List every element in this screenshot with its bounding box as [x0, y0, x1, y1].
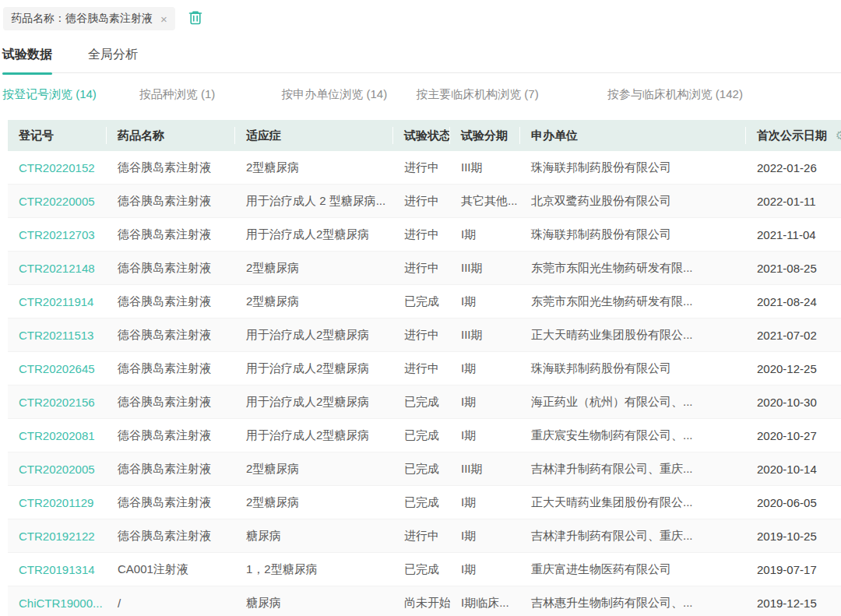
trial-phase-cell: I期 — [450, 529, 520, 544]
sponsor-cell: 正大天晴药业集团股份有限公... — [520, 495, 746, 510]
registry-id-link[interactable]: CTR20212148 — [8, 262, 107, 275]
trash-icon — [188, 9, 203, 28]
registry-id-link[interactable]: CTR20202005 — [8, 463, 107, 476]
registry-id-link[interactable]: CTR20202081 — [8, 429, 107, 442]
column-header-trial-status: 试验状态 — [393, 127, 450, 144]
table-row: CTR20211513德谷胰岛素注射液用于治疗成人2型糖尿病进行中III期正大天… — [8, 319, 841, 352]
trial-phase-cell: I期 — [450, 227, 520, 242]
table-row: CTR20211914德谷胰岛素注射液2型糖尿病已完成I期东莞市东阳光生物药研发… — [8, 285, 841, 319]
drug-name-cell: 德谷胰岛素注射液 — [107, 294, 235, 309]
sponsor-cell: 珠海联邦制药股份有限公司 — [520, 361, 746, 376]
drug-name-cell: 德谷胰岛素注射液 — [107, 194, 235, 209]
registry-id-link[interactable]: CTR20201129 — [8, 496, 107, 509]
tab-trial-data[interactable]: 试验数据 — [2, 47, 52, 63]
indication-cell: 用于治疗成人2型糖尿病 — [235, 328, 393, 343]
subtab-by-sponsor[interactable]: 按申办单位浏览 (14) — [281, 87, 387, 102]
table-row: CTR20201129德谷胰岛素注射液2型糖尿病已完成I期正大天晴药业集团股份有… — [8, 486, 841, 519]
filter-tag: 药品名称：德谷胰岛素注射液 × — [3, 7, 175, 30]
table-body: CTR20220152德谷胰岛素注射液2型糖尿病进行中III期珠海联邦制药股份有… — [8, 151, 841, 616]
indication-cell: 2型糖尿病 — [235, 160, 393, 175]
first-publish-date-cell: 2020-10-27 — [746, 429, 841, 442]
drug-name-cell: / — [107, 597, 235, 610]
indication-cell: 糖尿病 — [235, 529, 393, 544]
table-row: CTR20220005德谷胰岛素注射液用于治疗成人 2 型糖尿病...进行中其它… — [8, 185, 841, 218]
first-publish-date-cell: 2019-12-15 — [746, 597, 841, 610]
sponsor-cell: 珠海联邦制药股份有限公司 — [520, 227, 746, 242]
trial-phase-cell: I期 — [450, 395, 520, 410]
registry-id-link[interactable]: CTR20220152 — [8, 161, 107, 174]
table-row: CTR20191314CA001注射液1，2型糖尿病已完成I期重庆富进生物医药有… — [8, 553, 841, 586]
registry-id-link[interactable]: CTR20202645 — [8, 362, 107, 375]
registry-id-link[interactable]: CTR20202156 — [8, 396, 107, 409]
trial-status-cell: 尚未开始 — [393, 596, 450, 611]
indication-cell: 用于治疗成人2型糖尿病 — [235, 361, 393, 376]
tab-global-analysis[interactable]: 全局分析 — [88, 47, 138, 63]
main-tab-bar: 试验数据 全局分析 — [2, 47, 841, 73]
table-row: CTR20220152德谷胰岛素注射液2型糖尿病进行中III期珠海联邦制药股份有… — [8, 151, 841, 185]
drug-name-cell: 德谷胰岛素注射液 — [107, 462, 235, 477]
indication-cell: 用于治疗成人2型糖尿病 — [235, 428, 393, 443]
trial-status-cell: 进行中 — [393, 160, 450, 175]
subtab-by-participating-clinical-institution[interactable]: 按参与临床机构浏览 (142) — [607, 87, 743, 102]
indication-cell: 2型糖尿病 — [235, 495, 393, 510]
first-publish-date-cell: 2019-10-25 — [746, 530, 841, 543]
trial-status-cell: 已完成 — [393, 495, 450, 510]
drug-name-cell: 德谷胰岛素注射液 — [107, 361, 235, 376]
drug-name-cell: 德谷胰岛素注射液 — [107, 395, 235, 410]
drug-name-cell: 德谷胰岛素注射液 — [107, 261, 235, 276]
registry-id-link[interactable]: CTR20211513 — [8, 329, 107, 342]
table-row: CTR20202645德谷胰岛素注射液用于治疗成人2型糖尿病进行中I期珠海联邦制… — [8, 352, 841, 385]
column-header-first-publish-date: 首次公示日期 — [746, 127, 841, 144]
column-header-trial-phase: 试验分期 — [450, 127, 520, 144]
registry-id-link[interactable]: CTR20211914 — [8, 295, 107, 308]
indication-cell: 糖尿病 — [235, 596, 393, 611]
column-header-drug-name: 药品名称 — [107, 127, 235, 144]
subtab-by-registry-id[interactable]: 按登记号浏览 (14) — [2, 87, 97, 102]
column-header-registry-id: 登记号 — [8, 127, 107, 144]
indication-cell: 用于治疗成人 2 型糖尿病... — [235, 194, 393, 209]
first-publish-date-cell: 2022-01-26 — [746, 161, 841, 174]
clear-filters-button[interactable] — [188, 9, 203, 28]
first-publish-date-cell: 2021-08-24 — [746, 295, 841, 308]
trial-phase-cell: I期 — [450, 294, 520, 309]
first-publish-date-cell: 2020-10-14 — [746, 463, 841, 476]
remove-filter-icon[interactable]: × — [160, 13, 167, 25]
registry-id-link[interactable]: CTR20220005 — [8, 195, 107, 208]
first-publish-date-cell: 2020-10-30 — [746, 396, 841, 409]
first-publish-date-cell: 2022-01-11 — [746, 195, 841, 208]
drug-name-cell: 德谷胰岛素注射液 — [107, 529, 235, 544]
registry-id-link[interactable]: ChiCTR19000... — [8, 597, 107, 610]
subtab-bar: 按登记号浏览 (14) 按品种浏览 (1) 按申办单位浏览 (14) 按主要临床… — [2, 86, 841, 103]
drug-name-cell: 德谷胰岛素注射液 — [107, 328, 235, 343]
first-publish-date-cell: 2021-11-04 — [746, 228, 841, 241]
first-publish-date-cell: 2019-07-17 — [746, 563, 841, 576]
drug-name-cell: 德谷胰岛素注射液 — [107, 227, 235, 242]
first-publish-date-cell: 2020-12-25 — [746, 362, 841, 375]
trial-status-cell: 已完成 — [393, 294, 450, 309]
table-row: CTR20192122德谷胰岛素注射液糖尿病进行中I期吉林津升制药有限公司、重庆… — [8, 519, 841, 553]
indication-cell: 用于治疗成人2型糖尿病 — [235, 395, 393, 410]
first-publish-date-cell: 2021-08-25 — [746, 262, 841, 275]
registry-id-link[interactable]: CTR20212703 — [8, 228, 107, 241]
column-header-sponsor: 申办单位 — [520, 127, 746, 144]
table-row: CTR20212148德谷胰岛素注射液2型糖尿病进行中III期东莞市东阳光生物药… — [8, 252, 841, 285]
trial-status-cell: 进行中 — [393, 261, 450, 276]
table-header: 登记号 药品名称 适应症 试验状态 试验分期 申办单位 首次公示日期 ⚙ — [8, 120, 841, 151]
sponsor-cell: 吉林惠升生物制药有限公司、... — [520, 596, 746, 611]
sponsor-cell: 重庆宸安生物制药有限公司、... — [520, 428, 746, 443]
column-settings-icon[interactable]: ⚙ — [836, 129, 841, 142]
registry-id-link[interactable]: CTR20192122 — [8, 530, 107, 543]
subtab-by-variety[interactable]: 按品种浏览 (1) — [139, 87, 216, 102]
drug-name-cell: 德谷胰岛素注射液 — [107, 428, 235, 443]
indication-cell: 2型糖尿病 — [235, 261, 393, 276]
sponsor-cell: 珠海联邦制药股份有限公司 — [520, 160, 746, 175]
trial-phase-cell: III期 — [450, 328, 520, 343]
trial-status-cell: 进行中 — [393, 361, 450, 376]
sponsor-cell: 北京双鹭药业股份有限公司 — [520, 194, 746, 209]
sponsor-cell: 海正药业（杭州）有限公司、... — [520, 395, 746, 410]
trial-phase-cell: I期 — [450, 562, 520, 577]
filter-tag-label: 药品名称：德谷胰岛素注射液 — [11, 12, 153, 26]
subtab-by-main-clinical-institution[interactable]: 按主要临床机构浏览 (7) — [416, 87, 539, 102]
registry-id-link[interactable]: CTR20191314 — [8, 563, 107, 576]
sponsor-cell: 吉林津升制药有限公司、重庆... — [520, 462, 746, 477]
